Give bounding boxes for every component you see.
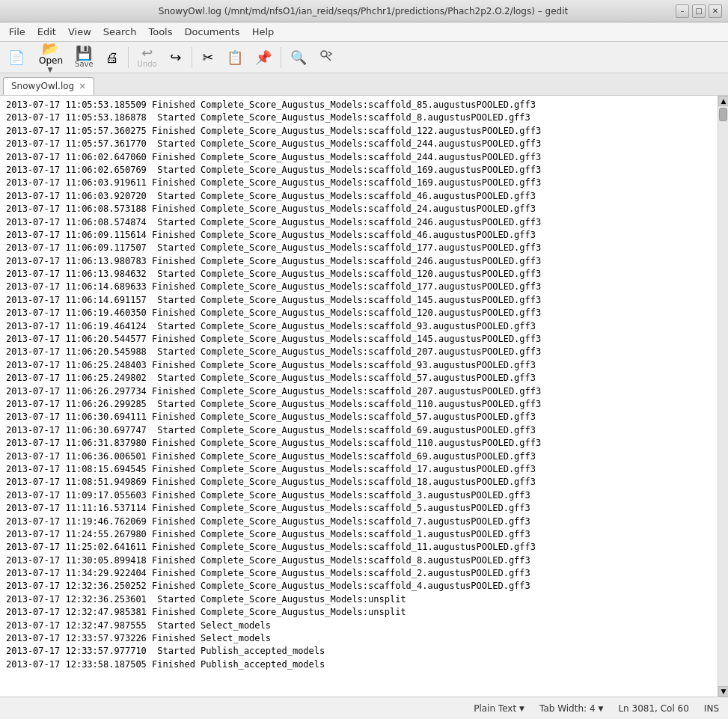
toolbar-separator-3 [281, 47, 281, 68]
title-bar: SnowyOwl.log (/mnt/md/nfsO1/ian_reid/seq… [0, 0, 728, 22]
close-button[interactable]: ✕ [709, 4, 722, 18]
find-icon: 🔍 [290, 51, 307, 64]
menu-bar: File Edit View Search Tools Documents He… [0, 22, 728, 42]
filetype-selector[interactable]: Plain Text ▼ [474, 703, 524, 714]
new-icon: 📄 [8, 51, 25, 64]
replace-button[interactable] [313, 44, 339, 71]
scroll-up-button[interactable]: ▲ [718, 96, 728, 106]
paste-button[interactable]: 📌 [250, 44, 277, 71]
replace-icon [319, 49, 334, 66]
open-arrow: ▼ [48, 66, 53, 73]
print-button[interactable]: 🖨 [100, 44, 124, 71]
scroll-track[interactable] [718, 106, 728, 686]
menu-edit[interactable]: Edit [31, 25, 62, 39]
position-label: Ln 3081, Col 60 [618, 703, 688, 714]
redo-button[interactable]: ↪ [164, 44, 188, 71]
tab-snowyowl[interactable]: SnowyOwl.log × [3, 77, 94, 95]
tabwidth-label: Tab Width: 4 [539, 703, 595, 714]
menu-help[interactable]: Help [246, 25, 281, 39]
menu-view[interactable]: View [62, 25, 97, 39]
save-button[interactable]: 💾 Save [70, 44, 99, 71]
tab-bar: SnowyOwl.log × [0, 73, 728, 96]
scroll-thumb[interactable] [719, 108, 727, 121]
scroll-down-button[interactable]: ▼ [718, 686, 728, 697]
editor-content[interactable]: 2013-07-17 11:05:53.185509 Finished Comp… [0, 96, 718, 697]
redo-icon: ↪ [170, 51, 181, 64]
tabwidth-arrow: ▼ [599, 705, 604, 712]
copy-icon: 📋 [227, 51, 243, 64]
cursor-position: Ln 3081, Col 60 [618, 703, 688, 714]
cut-button[interactable]: ✂ [196, 44, 220, 71]
print-icon: 🖨 [105, 51, 119, 64]
status-bar: Plain Text ▼ Tab Width: 4 ▼ Ln 3081, Col… [0, 697, 728, 719]
menu-search[interactable]: Search [97, 25, 143, 39]
tab-close-button[interactable]: × [79, 81, 86, 91]
toolbar-separator-2 [192, 47, 192, 68]
tab-label: SnowyOwl.log [11, 81, 74, 91]
menu-tools[interactable]: Tools [142, 25, 178, 39]
undo-button[interactable]: ↩ Undo [132, 44, 162, 71]
svg-line-1 [326, 56, 331, 61]
copy-button[interactable]: 📋 [221, 44, 248, 71]
undo-icon: ↩ [141, 46, 153, 60]
minimize-button[interactable]: – [676, 4, 689, 18]
maximize-button[interactable]: □ [692, 4, 706, 18]
window-title: SnowyOwl.log (/mnt/md/nfsO1/ian_reid/seq… [51, 6, 676, 16]
open-button[interactable]: 📂 Open ▼ [31, 44, 68, 71]
insert-mode: INS [704, 703, 719, 714]
save-label: Save [75, 60, 94, 68]
toolbar: 📄 📂 Open ▼ 💾 Save 🖨 ↩ Undo ↪ ✂ 📋 📌 🔍 [0, 42, 728, 73]
ins-label: INS [704, 703, 719, 714]
save-icon: 💾 [76, 46, 92, 60]
undo-label: Undo [138, 60, 157, 68]
editor-scroll[interactable]: 2013-07-17 11:05:53.185509 Finished Comp… [0, 96, 718, 697]
tabwidth-selector[interactable]: Tab Width: 4 ▼ [539, 703, 603, 714]
editor-container: 2013-07-17 11:05:53.185509 Finished Comp… [0, 96, 728, 697]
filetype-arrow: ▼ [519, 705, 524, 712]
find-button[interactable]: 🔍 [285, 44, 312, 71]
window-controls[interactable]: – □ ✕ [676, 4, 722, 18]
new-button[interactable]: 📄 [3, 44, 30, 71]
cut-icon: ✂ [202, 51, 213, 64]
menu-file[interactable]: File [3, 25, 31, 39]
open-icon: 📂 [42, 42, 58, 55]
toolbar-separator-1 [128, 47, 129, 68]
svg-point-0 [321, 51, 327, 57]
filetype-label: Plain Text [474, 703, 516, 714]
menu-documents[interactable]: Documents [179, 25, 246, 39]
open-label: Open [39, 55, 63, 66]
paste-icon: 📌 [255, 51, 272, 64]
vertical-scrollbar[interactable]: ▲ ▼ [718, 96, 728, 697]
